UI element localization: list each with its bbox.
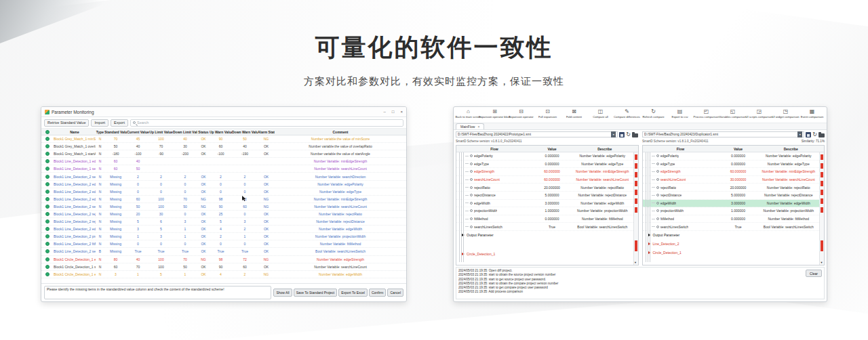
column-header[interactable]: Value [532,147,572,151]
save-icon[interactable] [806,132,811,137]
refresh-icon[interactable]: ↻ [812,132,817,137]
footer-button[interactable]: Save To Standard Project [294,289,338,297]
toolbar-item[interactable]: ⊞ Expansion operator block [481,108,508,119]
tree-node[interactable]: Line_Detection_2 [643,240,820,249]
toolbar-item[interactable]: ⊟ Expansion operator [508,108,534,119]
table-row[interactable]: Block1 Circle_Detection_1 searchLineCoun… [41,263,406,271]
table-row[interactable]: Block1 Circle_Detection_1 edgeWidth N 3 … [41,271,406,278]
column-header[interactable]: Current Value [127,130,149,134]
flow-row[interactable]: edgeWidth 3.000000 Number Variable: edge… [643,200,820,208]
toolbar-icon[interactable]: ⊟ [519,108,524,114]
column-header[interactable]: Down Limit Value [173,130,197,134]
toolbar-item[interactable]: ◫ Compare all [587,108,614,119]
scrollbar[interactable] [633,152,638,265]
table-row[interactable]: Block1 Circle_Detection_1 edgeStrength N… [41,256,406,263]
tab-mainflow[interactable]: MainFlow × [456,123,484,129]
table-row[interactable]: Block1 Grey_Match_1 startAngle N -180 -1… [41,150,406,158]
toolbar-icon[interactable]: ⌂ [467,108,470,114]
toolbar-icon[interactable]: ⊡ [545,108,550,114]
search-box[interactable] [130,119,403,127]
close-icon[interactable]: × [400,110,403,114]
column-header[interactable]: Name [54,130,96,134]
toolbar-icon[interactable]: ◲ [757,108,762,114]
table-row[interactable]: Block1 Line_Detection_1 searchLineCount … [41,165,406,173]
clear-button[interactable]: Clear [806,270,822,277]
toolbar-icon[interactable]: ▤ [677,108,683,114]
flow-row[interactable]: rejectDistance 5.000000 Number Variable:… [456,192,633,200]
toolbar-item[interactable]: ◳ UI widget comparison [772,108,799,119]
scrollbar[interactable] [819,152,824,265]
column-header[interactable]: Flow [456,147,532,151]
table-row[interactable]: Block1 Line_Detection_2 fitMethod N Miss… [41,240,406,248]
table-row[interactable]: Block1 Line_Detection_2 edgeType N Missi… [41,188,406,196]
retrieve-standard-value-button[interactable]: Retrive Standard Value [44,119,89,127]
flow-row[interactable]: edgeStrength 60.000000 Number Variable: … [643,168,820,176]
flow-row[interactable]: projectionWidth 1.000000 Number Variable… [456,207,633,215]
flow-row[interactable]: rejectRatio 20.000000 Number Variable: r… [456,184,633,192]
table-row[interactable]: Block1 Line_Detection_2 projectionWidth … [41,233,406,240]
toolbar-item[interactable]: ▦ Event comparison [799,108,825,119]
maximize-icon[interactable]: □ [392,110,395,114]
column-header[interactable]: Flow [643,147,719,151]
scroll-down-icon[interactable]: ▼ [633,261,638,265]
flow-row[interactable]: searchLineCount 30.000000 Number Variabl… [643,176,820,184]
flow-row[interactable]: edgeType 0.000000 Number Variable: edgeT… [643,161,820,169]
flow-row[interactable]: projectionWidth 1.000000 Number Variable… [643,207,820,215]
table-row[interactable]: Block1 Line_Detection_2 rejectDistance N… [41,218,406,226]
refresh-icon[interactable]: ↻ [626,132,631,137]
export-button[interactable]: Export [111,119,128,127]
column-header[interactable]: Standard Value [104,130,127,134]
toolbar-item[interactable]: ⌂ Back to main screen [455,108,481,119]
footer-button[interactable]: Cancel [387,289,403,297]
toolbar-item[interactable]: ◲ UI scripts comparison [746,108,772,119]
flow-row[interactable]: edgeStrength 60.000000 Number Variable: … [456,168,633,176]
flow-row[interactable]: searchLinesSwitch True Bool Variable: se… [643,223,820,231]
column-header[interactable]: Type [96,130,104,134]
flow-row[interactable]: searchLineCount 60.000000 Number Variabl… [456,176,633,184]
table-row[interactable]: Block1 Line_Detection_2 edgeStrength N M… [41,196,406,203]
table-row[interactable]: Block1 Line_Detection_2 edgeWidth N Miss… [41,226,406,233]
toolbar-icon[interactable]: ⊠ [572,108,576,114]
toolbar-item[interactable]: ⊠ Fold content [561,108,587,119]
toolbar-icon[interactable]: ◫ [598,108,604,114]
source-path-field[interactable]: D:/SWT-Files/BaoZhong 20240422/Prototype… [456,131,618,137]
toolbar-item[interactable]: ↻ Refresh compare [640,108,667,119]
column-header[interactable]: Up Warn Value [210,130,232,134]
toolbar-icon[interactable]: ⊞ [492,108,497,114]
minimize-icon[interactable]: – [384,110,386,114]
tree-node[interactable]: Output Parameter [456,231,633,240]
flow-row[interactable]: edgeWidth 3.000000 Number Variable: edge… [456,200,633,208]
tree-node[interactable]: Output Parameter [643,231,820,240]
scroll-down-icon[interactable]: ▼ [819,261,824,265]
tree-node[interactable]: Circle_Detection_1 [456,250,633,259]
column-header[interactable]: Comment [275,130,406,134]
column-header[interactable]: Value [719,147,758,151]
toolbar-icon[interactable]: ◳ [783,108,789,114]
folder-icon[interactable] [632,133,638,137]
import-button[interactable]: Import [91,119,108,127]
column-header[interactable]: Down Warn Value [232,130,258,134]
column-header[interactable]: Alarm Status [258,130,275,134]
tree-node[interactable]: Circle_Detection_1 [643,249,820,257]
column-header[interactable]: Describe [758,147,825,151]
flow-row[interactable]: rejectDistance 5.000000 Number Variable:… [643,192,820,200]
table-row[interactable]: Block1 Grey_Match_1 minScore N 70 45 100… [41,135,406,143]
table-row[interactable]: Block1 Line_Detection_2 searchLineCount … [41,203,406,211]
tree-node[interactable] [456,240,633,250]
toolbar-item[interactable]: ⊡ Full expansion [534,108,561,119]
flow-row[interactable]: rejectRatio 20.000000 Number Variable: r… [643,184,820,192]
column-header[interactable]: Describe [572,147,638,151]
footer-button[interactable]: Confirm [369,289,387,297]
table-row[interactable]: Block1 Line_Detection_2 searchLinesSwitc… [41,248,406,255]
table-row[interactable]: Block1 Grey_Match_1 overlapRatio N 50 40… [41,143,406,150]
toolbar-icon[interactable]: ↻ [651,108,656,114]
toolbar-item[interactable]: ◱ Variables comparison [719,108,746,119]
toolbar-icon[interactable]: ◰ [704,108,709,114]
toolbar-item[interactable]: ✎ Compare differences [614,108,640,119]
chevron-down-icon[interactable]: ▾ [797,131,802,137]
table-row[interactable]: Block1 Line_Detection_2 searchDirection … [41,173,406,180]
toolbar-icon[interactable]: ◱ [730,108,736,114]
toolbar-item[interactable]: ▤ Export to csv [667,108,693,119]
footer-button[interactable]: Show All [273,289,292,297]
table-row[interactable]: Block1 Line_Detection_2 rejectRatio N Mi… [41,211,406,218]
